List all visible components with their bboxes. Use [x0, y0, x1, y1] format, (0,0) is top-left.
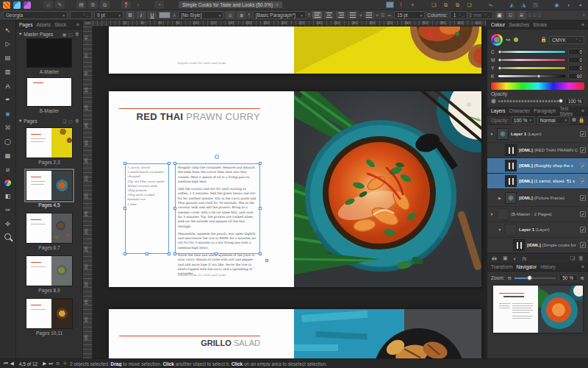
master-a-thumbnail[interactable] [26, 38, 72, 68]
adjustment-icon[interactable]: ◐ [514, 256, 517, 261]
tab-navigator[interactable]: Navigator [516, 264, 537, 269]
channel-slider[interactable] [498, 74, 566, 78]
page-spread-item[interactable]: Pages 10,11 [16, 296, 82, 339]
settings-button[interactable]: ⚙ [88, 1, 98, 9]
columns-stepper[interactable]: 1⌃⌄ [450, 11, 467, 19]
method-text-frame[interactable]: Roughly chop the coriander. Remove and d… [175, 163, 260, 254]
prev-spread-icon[interactable]: ◀ [10, 361, 14, 367]
selection-handle[interactable] [259, 252, 262, 255]
vertical-ruler[interactable]: 4060801001201401601802002202402602803003… [83, 26, 93, 358]
layer-visibility-checkbox[interactable]: ✓ [580, 131, 586, 137]
master-b-thumbnail[interactable] [26, 77, 72, 107]
page-5-photo[interactable] [294, 91, 481, 287]
grillo-title[interactable]: GRILLO SALAD [201, 339, 260, 347]
tab-transform[interactable]: Transform [491, 264, 512, 269]
rotation-handle[interactable] [215, 155, 219, 159]
page-6[interactable]: GRILLO SALAD [109, 309, 294, 358]
preview-toggle-button[interactable]: ◔ [154, 1, 164, 9]
page-spread-thumbnail[interactable] [26, 170, 73, 201]
zoom-out-icon[interactable]: ⊖ [507, 275, 511, 281]
layer-row[interactable]: ▼ Layer 1 (Layer) ✓ [487, 222, 588, 238]
add-master-icon[interactable]: ▣ [62, 32, 67, 37]
align-middle-button[interactable]: ⍗ [534, 13, 537, 18]
page-spread-item[interactable]: Pages 8,9 [16, 253, 82, 296]
canvas-area[interactable]: 2040608010012014016018020022024026028030… [83, 21, 487, 358]
layer-visibility-checkbox[interactable]: ✓ [580, 211, 586, 217]
panel-menu-icon[interactable]: ≡ [581, 22, 584, 27]
navigator-preview[interactable] [493, 286, 583, 333]
page-4[interactable]: RED THAI PRAWN CURRY 1 carrot, sliced1 s… [109, 91, 294, 287]
page-spread-item[interactable]: Pages 2,3 [16, 125, 82, 168]
zoom-tool[interactable] [4, 233, 11, 240]
pin-button[interactable]: 📍 [121, 1, 131, 9]
tab-stroke[interactable]: Stroke [533, 22, 547, 27]
channel-value[interactable]: 0 [568, 49, 584, 55]
add-layer-icon[interactable]: ❏ [570, 255, 575, 261]
channel-value[interactable]: 60 [568, 73, 584, 79]
fill-tool[interactable]: ◧ [3, 191, 13, 201]
opacity-slider[interactable] [498, 100, 563, 102]
expand-arrow-icon[interactable]: ▼ [489, 132, 495, 136]
edit-button[interactable]: ✎ [55, 1, 65, 9]
text-direction-icon[interactable]: ¶ [308, 13, 311, 18]
delete-page-icon[interactable]: 🗑 [75, 118, 79, 124]
colour-wheel-icon[interactable] [4, 179, 12, 187]
pages-header[interactable]: ▾Pages ❏▢🗑 [16, 116, 82, 125]
channel-slider[interactable] [498, 66, 566, 70]
ipad-publish-button[interactable]: ⌂ [43, 1, 53, 9]
selection-handle[interactable] [265, 259, 268, 262]
colour-mode-select[interactable]: CMYK⌃⌄ [549, 36, 584, 44]
lock-icon[interactable]: 🔒 [540, 37, 547, 43]
channel-value[interactable]: 0 [568, 65, 584, 71]
zoom-value[interactable]: 50 % [559, 275, 578, 281]
toolbar-overflow-icon[interactable]: » [582, 13, 585, 18]
vector-crop-tool[interactable]: ⧄ [3, 165, 13, 174]
page-spread-item[interactable]: Pages 4,5 [16, 168, 82, 210]
snapping-magnet-button[interactable]: ⌇ [396, 1, 406, 9]
flip-horizontal-button[interactable]: ◭ [507, 1, 517, 9]
text-colour-swatch[interactable] [159, 12, 171, 18]
colour-picker-tool[interactable]: ✑ [3, 205, 13, 215]
tab-history[interactable]: History [540, 264, 555, 269]
tab-paragraph[interactable]: Paragraph [534, 108, 556, 113]
layer-visibility-checkbox[interactable]: ✓ [580, 147, 586, 153]
selection-handle[interactable] [215, 252, 218, 255]
layer-row[interactable]: [IDML] (Roughly chop the c ✓ [487, 158, 588, 174]
page-spread-thumbnail[interactable] [26, 298, 73, 329]
tab-text-styles[interactable]: Text Styles [559, 106, 578, 116]
selection-handle[interactable] [123, 252, 126, 255]
justify-button[interactable] [348, 11, 357, 19]
blend-mode-select[interactable]: Normal▾ [537, 116, 570, 124]
next-spread-icon[interactable]: ▶ [43, 361, 46, 367]
add-button[interactable]: ＋ [133, 1, 143, 9]
spread-pages-2-3[interactable]: Simple cooks for taste and looks [109, 26, 481, 74]
rotate-button[interactable]: ◳ [531, 1, 540, 9]
channel-slider[interactable] [498, 50, 566, 54]
spectrum-bar[interactable] [491, 82, 584, 90]
page-3-photo[interactable] [294, 26, 481, 74]
move-to-back-button[interactable]: ❏ [465, 1, 474, 9]
ingredients-text-frame[interactable]: 1 carrot, sliced1 small bunch coriander,… [125, 163, 169, 254]
page-spread-thumbnail[interactable] [26, 255, 73, 286]
page-spread-item[interactable]: Pages 6,7 [16, 210, 82, 253]
ellipse-tool[interactable]: ◯ [3, 137, 13, 146]
snapping-dropdown[interactable]: ▾ [408, 1, 417, 9]
close-icon[interactable]: × [276, 2, 279, 7]
selection-handle[interactable] [259, 207, 262, 210]
designer-persona-icon[interactable] [13, 1, 21, 9]
panel-menu-icon[interactable]: ≡ [76, 22, 79, 27]
layer-row[interactable]: [IDML] (1 carrot, sliced. ¶1 s ✓ [487, 174, 588, 189]
character-style-select[interactable]: [No Style]▾ [178, 11, 223, 19]
artistic-text-tool[interactable]: A [3, 81, 13, 91]
pen-tool[interactable]: ✒ [3, 95, 13, 105]
layer-visibility-checkbox[interactable]: ✓ [580, 242, 586, 248]
text-frame-button[interactable]: ▣ [495, 11, 504, 19]
master-pages-header[interactable]: ▾Master Pages ▣▢🗑 [16, 29, 82, 38]
view-mode-icon[interactable]: ⊞ [56, 361, 60, 367]
page-7-photo[interactable] [294, 309, 481, 358]
delete-layer-icon[interactable]: 🗑 [578, 255, 584, 261]
edit-all-layers-icon[interactable]: 🕶 [492, 256, 497, 261]
tab-pages[interactable]: Pages [19, 22, 32, 27]
layer-effects-icon[interactable]: fx [523, 256, 526, 261]
add-page-icon[interactable]: ▢ [68, 118, 73, 124]
